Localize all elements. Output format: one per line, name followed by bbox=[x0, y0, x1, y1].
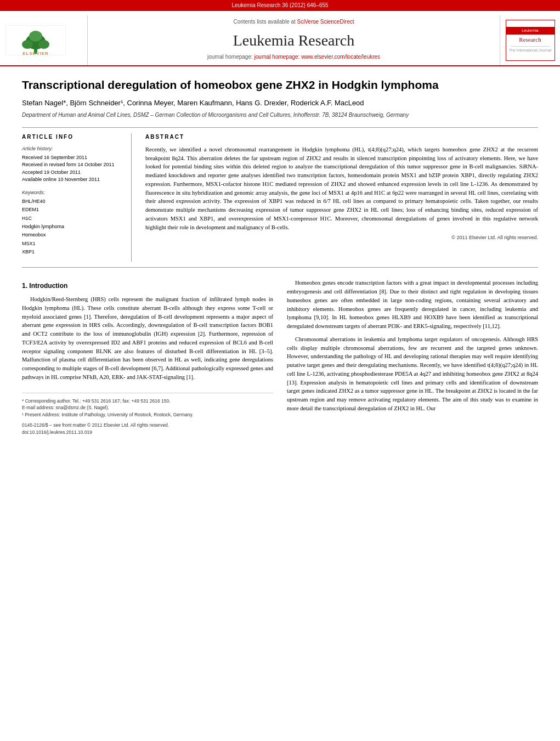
elsevier-logo: ELSEVIER bbox=[5, 25, 66, 55]
history-label: Article history: bbox=[22, 145, 123, 152]
journal-header: ELSEVIER Contents lists available at Sci… bbox=[0, 11, 560, 66]
sciverse-link[interactable]: SciVerse ScienceDirect bbox=[297, 19, 354, 25]
revised-date: Received in revised form 14 October 2011 bbox=[22, 161, 123, 169]
article-affiliation: Department of Human and Animal Cell Line… bbox=[22, 111, 538, 119]
svg-point-5 bbox=[29, 31, 42, 42]
accepted-date: Accepted 19 October 2011 bbox=[22, 169, 123, 177]
abstract-text: Recently, we identified a novel chromoso… bbox=[145, 145, 538, 232]
journal-logo-box: Leukemia Research The International Jour… bbox=[506, 20, 555, 61]
homepage-link[interactable]: journal homepage: www.elsevier.com/locat… bbox=[254, 54, 381, 60]
article-body: 1. Introduction Hodgkin/Reed-Sternberg (… bbox=[22, 279, 538, 435]
svg-text:ELSEVIER: ELSEVIER bbox=[22, 51, 49, 55]
body-right-column: Homeobox genes encode transcription fact… bbox=[287, 279, 538, 435]
corresponding-footnote: * Corresponding author. Tel.: +49 531 26… bbox=[22, 398, 273, 405]
article-info-column: ARTICLE INFO Article history: Received 1… bbox=[22, 133, 132, 262]
intro-right-text: Homeobox genes encode transcription fact… bbox=[287, 279, 538, 412]
article-info-abstract: ARTICLE INFO Article history: Received 1… bbox=[22, 127, 538, 268]
license-footnote: 0145-2126/$ – see front matter © 2011 El… bbox=[22, 422, 273, 429]
journal-homepage: journal homepage: journal homepage: www.… bbox=[207, 53, 380, 61]
keywords-label: Keywords: bbox=[22, 189, 123, 196]
footnote1-text: ¹ Present Address: Institute of Patholog… bbox=[22, 411, 273, 418]
article-history: Article history: Received 16 September 2… bbox=[22, 145, 123, 184]
abstract-column: ABSTRACT Recently, we identified a novel… bbox=[143, 133, 538, 262]
article-title: Transcriptional deregulation of homeobox… bbox=[22, 77, 538, 92]
svg-point-3 bbox=[22, 40, 33, 49]
keywords-section: Keywords: BHL/HE40EDEM1H1CHodgkin lympho… bbox=[22, 189, 123, 257]
received-date: Received 16 September 2011 bbox=[22, 154, 123, 162]
footnote-area: * Corresponding author. Tel.: +49 531 26… bbox=[22, 393, 273, 436]
email-footnote: E-mail address: sna@dsmz.de (S. Nagel). bbox=[22, 404, 273, 411]
journal-logo-area: Leukemia Research The International Jour… bbox=[500, 15, 560, 65]
body-left-column: 1. Introduction Hodgkin/Reed-Sternberg (… bbox=[22, 279, 273, 435]
journal-citation-bar: Leukemia Research 36 (2012) 646–655 bbox=[0, 0, 560, 11]
journal-citation: Leukemia Research 36 (2012) 646–655 bbox=[231, 2, 328, 8]
journal-logo-middle: Research bbox=[518, 35, 542, 45]
abstract-heading: ABSTRACT bbox=[145, 133, 538, 141]
online-date: Available online 10 November 2011 bbox=[22, 176, 123, 184]
elsevier-logo-svg: ELSEVIER bbox=[5, 25, 66, 55]
article-content: Transcriptional deregulation of homeobox… bbox=[0, 66, 560, 446]
journal-logo-top: Leukemia bbox=[506, 27, 555, 35]
copyright-text: © 2011 Elsevier Ltd. All rights reserved… bbox=[145, 234, 538, 241]
article-authors: Stefan Nagel*, Björn Schneider¹, Corinna… bbox=[22, 98, 538, 109]
journal-logo-subtitle: The International Journal bbox=[508, 47, 552, 54]
intro-left-text: Hodgkin/Reed-Sternberg (HRS) cells repre… bbox=[22, 295, 273, 382]
elsevier-logo-area: ELSEVIER bbox=[0, 15, 88, 65]
svg-point-4 bbox=[38, 40, 49, 49]
journal-header-center: Contents lists available at SciVerse Sci… bbox=[88, 15, 500, 65]
doi-footnote: doi:10.1016/j.leukres.2011.10.019 bbox=[22, 429, 273, 436]
keywords-list: BHL/HE40EDEM1H1CHodgkin lymphomaHomeobox… bbox=[22, 197, 123, 256]
introduction-heading: 1. Introduction bbox=[22, 281, 273, 291]
article-info-heading: ARTICLE INFO bbox=[22, 133, 123, 141]
sciverse-text: Contents lists available at SciVerse Sci… bbox=[233, 18, 354, 26]
journal-title: Leukemia Research bbox=[233, 30, 355, 51]
